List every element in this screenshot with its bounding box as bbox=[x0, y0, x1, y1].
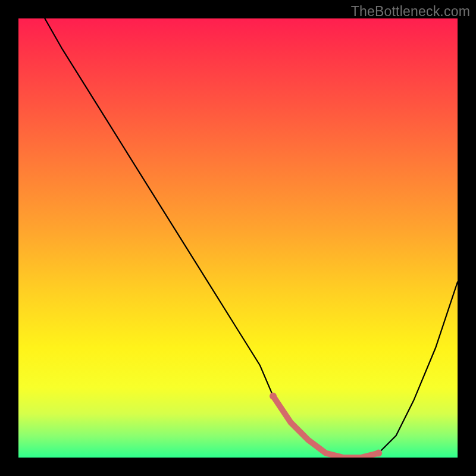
plot-area bbox=[18, 18, 458, 458]
curve-svg bbox=[18, 18, 458, 458]
optimal-range-highlight bbox=[273, 396, 378, 458]
watermark-text: TheBottleneck.com bbox=[351, 4, 470, 20]
chart-frame: TheBottleneck.com bbox=[0, 0, 476, 476]
bottleneck-curve bbox=[45, 18, 458, 458]
highlight-start-dot bbox=[270, 393, 277, 400]
highlight-end-dot bbox=[375, 450, 382, 457]
